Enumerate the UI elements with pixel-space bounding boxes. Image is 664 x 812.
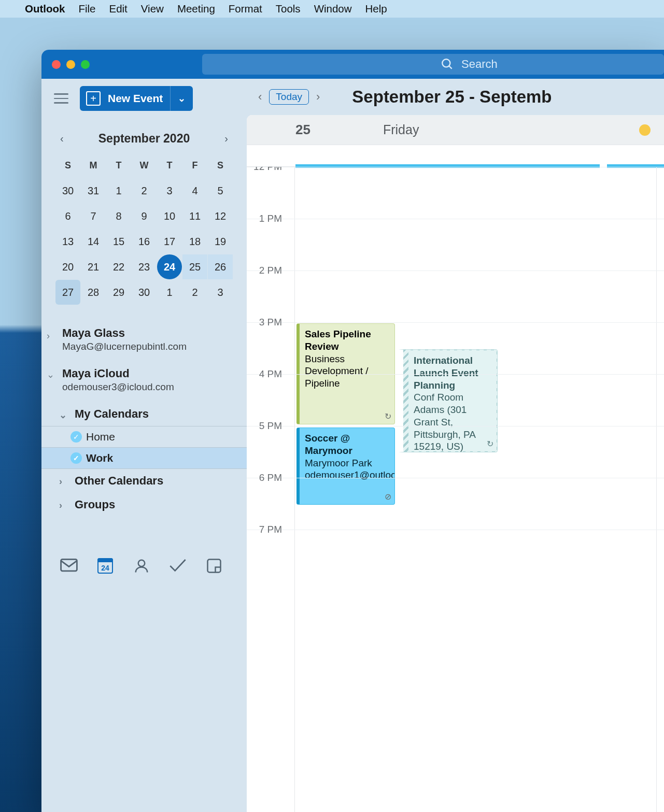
mini-cal-day[interactable]: 29	[106, 280, 131, 305]
macos-menubar: Outlook File Edit View Meeting Format To…	[0, 0, 664, 18]
new-event-label: New Event	[108, 92, 170, 105]
mini-cal-day[interactable]: 3	[208, 280, 233, 305]
checkbox-checked-icon[interactable]: ✓	[70, 452, 82, 464]
mini-cal-day[interactable]: 30	[132, 280, 157, 305]
account-email: odemouser3@icloud.com	[62, 381, 237, 393]
hour-row[interactable]: 7 PM	[247, 530, 664, 581]
time-grid[interactable]: Sales Pipeline Review Business Developme…	[247, 167, 664, 812]
mini-cal-day[interactable]: 1	[157, 280, 182, 305]
section-my-calendars[interactable]: ⌄ My Calendars	[41, 402, 247, 426]
account-item[interactable]: › Maya Glass MayaG@lucernepubintl.com	[41, 323, 247, 358]
mini-cal-day[interactable]: 21	[81, 254, 106, 279]
mini-cal-day[interactable]: 10	[157, 204, 182, 229]
prev-period[interactable]: ‹	[254, 88, 266, 106]
mini-cal-day[interactable]: 5	[208, 178, 233, 203]
svg-line-1	[449, 66, 451, 68]
hour-row[interactable]: 4 PM	[247, 374, 664, 426]
menu-meeting[interactable]: Meeting	[177, 3, 215, 15]
calendar-label: Work	[86, 452, 113, 464]
dow-label: T	[106, 153, 131, 178]
mini-cal-day[interactable]: 23	[132, 254, 157, 279]
hour-row[interactable]: 5 PM	[247, 426, 664, 478]
menu-window[interactable]: Window	[314, 3, 352, 15]
today-button[interactable]: Today	[269, 89, 309, 105]
menu-app[interactable]: Outlook	[25, 3, 65, 15]
weather-sunny-icon	[636, 121, 654, 139]
search-field[interactable]: Search	[202, 54, 664, 75]
window-controls	[50, 60, 90, 69]
mini-cal-day[interactable]: 18	[182, 229, 207, 254]
hour-label: 1 PM	[247, 213, 288, 224]
chevron-down-icon[interactable]: ⌄	[171, 93, 193, 104]
mini-cal-day[interactable]: 9	[132, 204, 157, 229]
dow-label: S	[55, 153, 80, 178]
menu-view[interactable]: View	[141, 3, 164, 15]
zoom-window[interactable]	[81, 60, 90, 69]
mini-cal-day[interactable]: 11	[182, 204, 207, 229]
account-name: Maya Glass	[62, 326, 237, 340]
close-window[interactable]	[52, 60, 61, 69]
tasks-icon[interactable]	[169, 558, 187, 574]
mini-cal-day[interactable]: 16	[132, 229, 157, 254]
mini-cal-day[interactable]: 6	[55, 204, 80, 229]
mini-cal-day[interactable]: 3	[157, 178, 182, 203]
mini-cal-day[interactable]: 28	[81, 280, 106, 305]
menu-edit[interactable]: Edit	[109, 3, 127, 15]
mini-cal-day[interactable]: 8	[106, 204, 131, 229]
mini-cal-day[interactable]: 27	[55, 280, 80, 305]
section-other-calendars[interactable]: › Other Calendars	[41, 469, 247, 493]
checkbox-checked-icon[interactable]: ✓	[70, 431, 82, 443]
mini-cal-day[interactable]: 17	[157, 229, 182, 254]
mini-cal-day[interactable]: 24	[157, 254, 182, 279]
mini-cal-day[interactable]: 22	[106, 254, 131, 279]
minimize-window[interactable]	[66, 60, 75, 69]
mini-cal-day[interactable]: 25	[182, 254, 207, 279]
mini-cal-day[interactable]: 13	[55, 229, 80, 254]
prev-month[interactable]: ‹	[56, 130, 68, 148]
calendar-label: Home	[86, 431, 115, 443]
account-item[interactable]: ⌄ Maya iCloud odemouser3@icloud.com	[41, 358, 247, 398]
mini-cal-day[interactable]: 26	[208, 254, 233, 279]
mini-cal-day[interactable]: 2	[132, 178, 157, 203]
people-icon[interactable]	[133, 558, 150, 574]
new-event-button[interactable]: + New Event ⌄	[80, 86, 193, 111]
plus-icon: +	[86, 91, 101, 106]
hamburger-menu[interactable]	[54, 93, 68, 104]
mini-cal-day[interactable]: 12	[208, 204, 233, 229]
hour-row[interactable]: 2 PM	[247, 270, 664, 322]
section-label: My Calendars	[75, 407, 149, 420]
mini-cal-day[interactable]: 31	[81, 178, 106, 203]
notes-icon[interactable]	[205, 558, 223, 574]
allday-row[interactable]	[247, 145, 664, 167]
mini-cal-day[interactable]: 15	[106, 229, 131, 254]
hour-row[interactable]: 12 PM	[247, 167, 664, 219]
menu-format[interactable]: Format	[229, 3, 262, 15]
next-month[interactable]: ›	[220, 130, 232, 148]
hour-row[interactable]: 6 PM	[247, 478, 664, 530]
mini-cal-day[interactable]: 20	[55, 254, 80, 279]
next-period[interactable]: ›	[312, 88, 324, 106]
mini-cal-day[interactable]: 14	[81, 229, 106, 254]
account-email: MayaG@lucernepubintl.com	[62, 341, 237, 352]
sidebar-nav: 24	[41, 549, 247, 812]
section-label: Groups	[75, 498, 115, 511]
section-groups[interactable]: › Groups	[41, 493, 247, 517]
svg-rect-4	[208, 560, 221, 573]
menu-tools[interactable]: Tools	[276, 3, 301, 15]
mini-cal-day[interactable]: 2	[182, 280, 207, 305]
mini-cal-day[interactable]: 19	[208, 229, 233, 254]
calendar-icon[interactable]: 24	[96, 558, 114, 574]
mini-cal-day[interactable]: 7	[81, 204, 106, 229]
section-label: Other Calendars	[75, 474, 163, 487]
mini-cal-day[interactable]: 30	[55, 178, 80, 203]
mini-cal-day[interactable]: 1	[106, 178, 131, 203]
calendar-item-work[interactable]: ✓ Work	[41, 448, 247, 468]
menu-help[interactable]: Help	[365, 3, 387, 15]
hour-row[interactable]: 1 PM	[247, 219, 664, 270]
mini-cal-day[interactable]: 4	[182, 178, 207, 203]
hour-row[interactable]: 3 PM	[247, 322, 664, 374]
mail-icon[interactable]	[60, 558, 78, 574]
accounts: › Maya Glass MayaG@lucernepubintl.com ⌄ …	[41, 305, 247, 517]
menu-file[interactable]: File	[78, 3, 95, 15]
calendar-item-home[interactable]: ✓ Home	[41, 426, 247, 447]
